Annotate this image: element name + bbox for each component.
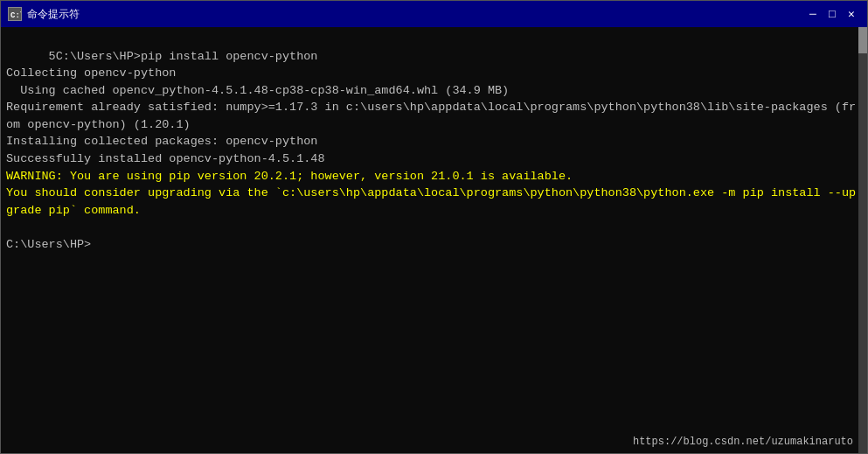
- scrollbar[interactable]: [858, 27, 867, 453]
- prompt-line: C:\Users\HP>: [6, 238, 91, 251]
- scrollbar-thumb[interactable]: [858, 27, 867, 53]
- title-bar-left: C:\ 命令提示符: [8, 7, 80, 22]
- svg-text:C:\: C:\: [10, 11, 21, 20]
- terminal-body: 5C:\Users\HP>pip install opencv-python C…: [1, 27, 867, 453]
- line-1: 5C:\Users\HP>pip install opencv-python C…: [6, 50, 856, 165]
- close-button[interactable]: ✕: [843, 5, 860, 23]
- minimize-button[interactable]: ─: [804, 5, 822, 23]
- title-controls: ─ □ ✕: [804, 5, 860, 23]
- warning-lines: WARNING: You are using pip version 20.2.…: [6, 170, 856, 217]
- cmd-icon: C:\: [8, 7, 22, 21]
- terminal-output: 5C:\Users\HP>pip install opencv-python C…: [6, 31, 862, 270]
- maximize-button[interactable]: □: [823, 5, 841, 23]
- window-title: 命令提示符: [27, 7, 80, 22]
- cmd-window: C:\ 命令提示符 ─ □ ✕ 5C:\Users\HP>pip install…: [0, 0, 868, 454]
- watermark: https://blog.csdn.net/uzumakinaruto: [633, 436, 853, 448]
- title-bar: C:\ 命令提示符 ─ □ ✕: [1, 1, 867, 27]
